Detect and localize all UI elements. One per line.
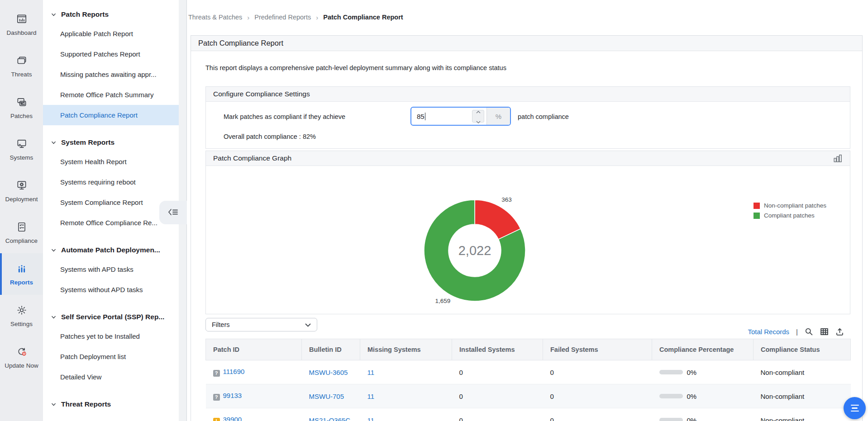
table-row: !39900MS21-O365C11000%Non-compliant: [206, 408, 851, 421]
search-icon[interactable]: [805, 327, 813, 336]
bulletin-id-link[interactable]: MSWU-3605: [309, 369, 348, 376]
sidebar-item[interactable]: Systems requiring reboot: [43, 172, 179, 192]
progress-bar: [659, 394, 683, 398]
export-icon[interactable]: [835, 327, 844, 336]
nav-item-threats[interactable]: Threats: [0, 45, 43, 87]
slice-value-label: 1,659: [435, 298, 451, 304]
column-header[interactable]: Missing Systems: [360, 339, 452, 360]
column-header[interactable]: Patch ID: [206, 339, 302, 360]
breadcrumb-item[interactable]: Predefined Reports: [254, 14, 311, 21]
sidebar-item[interactable]: Patch Compliance Report: [43, 105, 179, 125]
sidebar-item[interactable]: Security Configurations Report: [43, 413, 179, 421]
sidebar-item[interactable]: System Health Report: [43, 151, 179, 172]
graph-panel-title: Patch Compliance Graph: [213, 154, 291, 162]
settings-panel-header: Configure Compliance Settings: [206, 87, 850, 102]
legend-item[interactable]: Non-compliant patches: [754, 202, 826, 209]
nav-item-dashboard[interactable]: Dashboard: [0, 4, 43, 45]
threshold-stepper[interactable]: [472, 110, 484, 123]
column-header[interactable]: Failed Systems: [543, 339, 652, 360]
legend-label: Compliant patches: [764, 212, 815, 219]
main-content: Threats & Patches › Predefined Reports ›…: [187, 0, 868, 421]
chevron-down-icon: [51, 12, 57, 18]
legend-item[interactable]: Compliant patches: [754, 212, 826, 219]
column-header[interactable]: Compliance Status: [754, 339, 851, 360]
sidebar-group: Self Service Portal (SSP) Rep...Patches …: [43, 308, 179, 387]
sidebar-item[interactable]: Applicable Patch Report: [43, 24, 179, 44]
sidebar-group-header[interactable]: Automate Patch Deploymen...: [43, 241, 179, 259]
missing-systems-link[interactable]: 11: [367, 416, 375, 421]
patch-id-link[interactable]: 39900: [223, 416, 242, 421]
overall-compliance: Overall patch compliance : 82%: [224, 133, 316, 140]
cell-installed-systems: 0: [452, 408, 543, 421]
breadcrumb-item-current: Patch Compliance Report: [323, 14, 403, 21]
breadcrumb-item[interactable]: Threats & Patches: [188, 14, 242, 21]
bulletin-id-link[interactable]: MSWU-705: [309, 393, 344, 400]
chevron-down-icon: [51, 402, 57, 407]
missing-systems-link[interactable]: 11: [367, 393, 375, 400]
report-card-header: Patch Compliance Report: [191, 36, 862, 51]
toolbar-separator: |: [796, 328, 798, 336]
sidebar-item[interactable]: Remote Office Patch Summary: [43, 85, 179, 105]
legend-swatch: [754, 203, 760, 209]
sidebar-group-label: Self Service Portal (SSP) Rep...: [61, 313, 164, 321]
nav-label: Update Now: [5, 362, 38, 369]
table-row: ?111690MSWU-360511000%Non-compliant: [206, 360, 851, 384]
column-header[interactable]: Compliance Percentage: [652, 339, 754, 360]
table-row: ?99133MSWU-70511000%Non-compliant: [206, 384, 851, 408]
cell-compliance-percentage: 0%: [652, 360, 754, 384]
nav-label: Settings: [10, 321, 33, 327]
column-header[interactable]: Bulletin ID: [302, 339, 360, 360]
mark-compliant-label: Mark patches as compliant if they achiev…: [224, 113, 345, 120]
sidebar-item[interactable]: Missing patches awaiting appr...: [43, 64, 179, 85]
compliance-threshold-input[interactable]: 85: [411, 108, 472, 125]
sidebar-group-header[interactable]: Threat Reports: [43, 395, 179, 413]
column-header[interactable]: Installed Systems: [452, 339, 543, 360]
nav-item-systems[interactable]: Systems: [0, 128, 43, 170]
stepper-up-icon[interactable]: [476, 107, 481, 115]
compliance-percentage-value: 0%: [687, 369, 697, 376]
cell-compliance-status: Non-compliant: [754, 360, 851, 384]
cell-failed-systems: 0: [543, 360, 652, 384]
cell-compliance-status: Non-compliant: [754, 408, 851, 421]
nav-item-settings[interactable]: Settings: [0, 295, 43, 336]
sidebar-item[interactable]: Patch Deployment list: [43, 346, 179, 367]
sidebar-group: System ReportsSystem Health ReportSystem…: [43, 133, 179, 233]
sidebar-item[interactable]: Detailed View: [43, 367, 179, 387]
sidebar-group-header[interactable]: Patch Reports: [43, 5, 179, 24]
table-header-row: Patch IDBulletin IDMissing SystemsInstal…: [206, 339, 851, 360]
sidebar-item[interactable]: Patches yet to be Installed: [43, 326, 179, 346]
cell-missing-systems: 11: [360, 384, 452, 408]
bar-chart-icon[interactable]: [833, 153, 843, 163]
sidebar-item[interactable]: Systems without APD tasks: [43, 279, 179, 300]
sidebar-group-header[interactable]: System Reports: [43, 133, 179, 151]
stepper-down-icon[interactable]: [476, 117, 481, 125]
nav-item-update-now[interactable]: Update Now: [0, 336, 43, 378]
nav-item-compliance[interactable]: Compliance: [0, 212, 43, 253]
sidebar-group-header[interactable]: Self Service Portal (SSP) Rep...: [43, 308, 179, 326]
total-records-link[interactable]: Total Records: [748, 328, 789, 336]
sidebar-item[interactable]: System Compliance Report: [43, 192, 179, 213]
nav-label: Compliance: [5, 237, 38, 244]
legend-swatch: [754, 213, 760, 219]
cell-installed-systems: 0: [452, 384, 543, 408]
dashboard-icon: [16, 13, 28, 26]
collapse-sidebar-icon: [167, 207, 179, 218]
collapse-sidebar-button[interactable]: [159, 201, 187, 224]
compliance-icon: [16, 221, 28, 234]
floating-menu-button[interactable]: [844, 397, 866, 419]
sidebar-item[interactable]: Systems with APD tasks: [43, 259, 179, 279]
sidebar-item[interactable]: Remote Office Compliance Re...: [43, 213, 179, 233]
table-view-icon[interactable]: [820, 327, 829, 336]
nav-item-reports[interactable]: Reports: [0, 253, 43, 295]
missing-systems-link[interactable]: 11: [367, 369, 375, 376]
patch-id-link[interactable]: 99133: [223, 392, 242, 399]
nav-item-deployment[interactable]: Deployment: [0, 170, 43, 212]
sidebar-item[interactable]: Supported Patches Report: [43, 44, 179, 64]
records-toolbar: Total Records |: [748, 325, 844, 338]
filters-dropdown[interactable]: Filters: [205, 318, 317, 331]
nav-item-patches[interactable]: Patches: [0, 87, 43, 128]
sidebar-group-label: Patch Reports: [61, 10, 109, 19]
patch-id-link[interactable]: 111690: [223, 368, 245, 375]
nav-label: Dashboard: [6, 29, 36, 36]
bulletin-id-link[interactable]: MS21-O365C: [309, 416, 351, 421]
